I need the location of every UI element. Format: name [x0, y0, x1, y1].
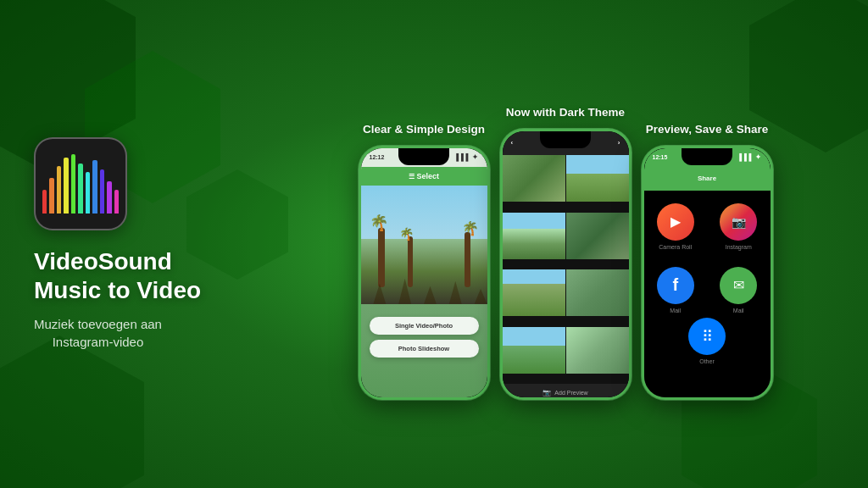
app-title-line2: Music to Video [34, 277, 201, 303]
phone-3: 12:15 ▌▌▌ ✦ Share ▶ [642, 146, 773, 400]
phone1-image: 🌴 🌴 🌴 [361, 186, 487, 304]
phone-1-label: Clear & Simple Design [363, 122, 485, 137]
app-title: VideoSound Music to Video [34, 247, 201, 304]
subtitle-line2: Instagram-video [53, 335, 144, 349]
phone3-signal: ▌▌▌ ✦ [739, 153, 761, 161]
phone3-nav: Share [644, 167, 771, 191]
left-section: VideoSound Music to Video Muziek toevoeg… [25, 137, 288, 350]
phone-1: 12:12 ▌▌▌ ✦ ☰ Select [359, 146, 490, 400]
phone3-time: 12:15 [653, 154, 668, 160]
photo-cell-5 [503, 269, 565, 316]
phone-2-screen: ‹ Slideshow › [503, 131, 629, 397]
phone-2: ‹ Slideshow › [500, 129, 632, 400]
photo-grid [503, 155, 629, 384]
subtitle-line1: Muziek toevoegen aan [34, 317, 162, 331]
phone-3-container: Preview, Save & Share 12:15 ▌▌▌ ✦ Share [642, 122, 773, 400]
app-title-line1: VideoSound [34, 248, 172, 274]
phone1-buttons: Single Video/Photo Photo Slideshow [361, 308, 487, 366]
share-camera-roll[interactable]: ▶ Camera Roll [653, 203, 699, 250]
phone1-btn1[interactable]: Single Video/Photo [370, 317, 479, 335]
phone-3-label: Preview, Save & Share [646, 122, 768, 137]
share-facebook[interactable]: f Mail [653, 267, 699, 313]
phone1-nav: ☰ Select [361, 167, 487, 186]
phone2-footer: 📷 Add Preview [503, 384, 629, 397]
phone1-btn2[interactable]: Photo Slideshow [370, 340, 479, 358]
photo-cell-7 [503, 327, 565, 374]
share-other[interactable]: ⠿ Other [644, 318, 771, 364]
photo-cell-4 [566, 213, 629, 259]
phone-1-screen: 12:12 ▌▌▌ ✦ ☰ Select [361, 148, 487, 397]
app-subtitle: Muziek toevoegen aan Instagram-video [34, 315, 162, 351]
phone2-nav: ‹ Slideshow › [503, 131, 629, 155]
equalizer-graphic [42, 154, 119, 214]
main-content: VideoSound Music to Video Muziek toevoeg… [0, 0, 868, 488]
phone-1-container: Clear & Simple Design 12:12 ▌▌▌ ✦ ☰ Sele… [359, 122, 490, 400]
share-mail[interactable]: ✉ Mail [715, 267, 762, 313]
app-icon[interactable] [34, 137, 127, 230]
photo-cell-2 [566, 155, 629, 202]
phone-2-container: Now with Dark Theme ‹ Slideshow › [500, 105, 632, 400]
photo-cell-1 [503, 155, 565, 202]
share-instagram[interactable]: 📷 Instagram [715, 203, 762, 250]
photo-cell-8 [566, 327, 629, 374]
share-grid: ▶ Camera Roll 📷 Instagram [644, 191, 771, 326]
photo-cell-3 [503, 213, 565, 259]
phone1-time: 12:12 [370, 154, 385, 160]
phone1-signal: ▌▌▌ ✦ [456, 153, 478, 161]
phone-2-label: Now with Dark Theme [506, 105, 625, 120]
phones-section: Clear & Simple Design 12:12 ▌▌▌ ✦ ☰ Sele… [288, 80, 843, 408]
phone-3-screen: 12:15 ▌▌▌ ✦ Share ▶ [644, 148, 771, 397]
photo-cell-6 [566, 269, 629, 316]
